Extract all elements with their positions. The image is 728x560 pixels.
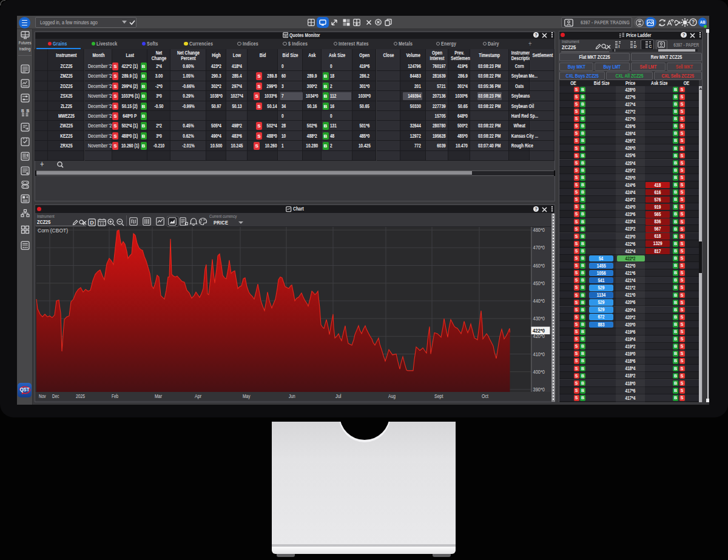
svg-text:400*0: 400*0 xyxy=(533,369,545,375)
svg-text:I: I xyxy=(619,44,620,49)
svg-text:470*0: 470*0 xyxy=(533,245,545,251)
svg-text:Jul: Jul xyxy=(335,393,342,399)
svg-text:440*0: 440*0 xyxy=(533,298,545,304)
svg-text:422*0: 422*0 xyxy=(533,328,545,334)
svg-text:Aug: Aug xyxy=(388,393,396,399)
svg-text:2025: 2025 xyxy=(76,393,85,399)
svg-text:Feb: Feb xyxy=(112,393,118,399)
svg-text:Dec: Dec xyxy=(52,393,59,399)
svg-text:May: May xyxy=(243,393,251,399)
svg-text:?: ? xyxy=(692,19,695,25)
svg-text:B: B xyxy=(26,108,29,112)
svg-text:Apr: Apr xyxy=(195,393,201,399)
svg-text:Mar: Mar xyxy=(155,393,162,399)
svg-text:D: D xyxy=(634,44,637,49)
svg-text:Jun: Jun xyxy=(289,393,295,399)
svg-text:410*0: 410*0 xyxy=(533,351,545,357)
svg-text:450*0: 450*0 xyxy=(533,280,545,286)
svg-text:B: B xyxy=(21,108,24,112)
svg-text:C: C xyxy=(649,44,652,49)
svg-text:480*0: 480*0 xyxy=(533,227,545,233)
svg-text:390*0: 390*0 xyxy=(533,386,545,393)
svg-text:Oct: Oct xyxy=(482,393,488,399)
svg-text:Sept: Sept xyxy=(434,393,443,399)
svg-text:460*0: 460*0 xyxy=(533,263,545,269)
svg-text:D: D xyxy=(90,219,94,225)
svg-text:430*0: 430*0 xyxy=(533,315,545,322)
svg-text:Nov: Nov xyxy=(39,393,46,399)
svg-text:Corn (CBOT): Corn (CBOT) xyxy=(38,228,68,234)
